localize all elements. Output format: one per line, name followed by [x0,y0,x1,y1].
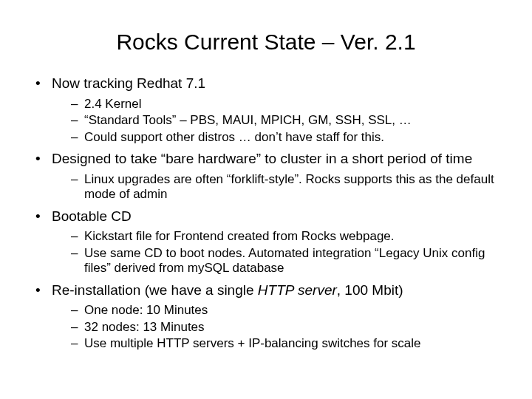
bullet-3-sub: Kickstart file for Frontend created from… [71,229,502,276]
bullet-1: Now tracking Redhat 7.1 2.4 Kernel “Stan… [33,75,502,145]
bullet-list: Now tracking Redhat 7.1 2.4 Kernel “Stan… [33,75,502,351]
bullet-1-label: Now tracking Redhat 7.1 [52,75,205,91]
bullet-4-italic: HTTP server [258,282,337,298]
bullet-2: Designed to take “bare hardware” to clus… [33,151,502,202]
bullet-3-label: Bootable CD [52,208,132,224]
bullet-1-sub-3: Could support other distros … don’t have… [71,130,502,145]
bullet-4-sub-3: Use multiple HTTP servers + IP-balancing… [71,336,502,351]
bullet-3-sub-1: Kickstart file for Frontend created from… [71,229,502,244]
bullet-2-sub: Linux upgrades are often “forklift-style… [71,172,502,202]
bullet-1-sub-2: “Standard Tools” – PBS, MAUI, MPICH, GM,… [71,113,502,128]
bullet-2-label: Designed to take “bare hardware” to clus… [52,151,472,166]
bullet-4-sub-2: 32 nodes: 13 Minutes [71,320,502,335]
bullet-1-sub: 2.4 Kernel “Standard Tools” – PBS, MAUI,… [71,97,502,145]
bullet-1-sub-1: 2.4 Kernel [71,97,502,112]
bullet-4-prefix: Re-installation (we have a single [52,282,258,298]
slide-title: Rocks Current State – Ver. 2.1 [30,30,502,55]
bullet-3-sub-2: Use same CD to boot nodes. Automated int… [71,246,502,276]
bullet-3: Bootable CD Kickstart file for Frontend … [33,208,502,276]
bullet-2-sub-1: Linux upgrades are often “forklift-style… [71,172,502,202]
bullet-4: Re-installation (we have a single HTTP s… [33,282,502,352]
bullet-4-sub: One node: 10 Minutes 32 nodes: 13 Minute… [71,303,502,351]
slide: Rocks Current State – Ver. 2.1 Now track… [0,0,532,399]
bullet-4-suffix: , 100 Mbit) [337,282,403,298]
bullet-4-sub-1: One node: 10 Minutes [71,303,502,318]
